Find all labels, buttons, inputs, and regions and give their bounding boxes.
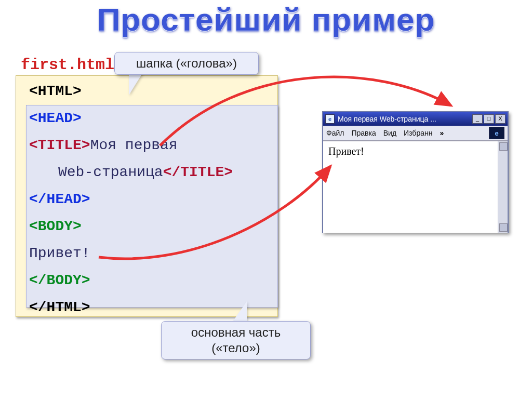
browser-content-area: Привет!: [323, 141, 508, 233]
menu-favorites[interactable]: Избранн: [404, 129, 432, 137]
maximize-button[interactable]: □: [484, 114, 494, 124]
menu-view[interactable]: Вид: [383, 129, 396, 137]
filename-label: first.html: [21, 56, 114, 74]
body-text: Привет!: [29, 245, 90, 261]
menu-edit[interactable]: Правка: [351, 129, 376, 137]
callout-head: шапка («голова»): [114, 52, 259, 75]
title-text-line2: Web-страница: [58, 164, 163, 180]
browser-page-text: Привет!: [328, 145, 364, 157]
tag-head-close: </HEAD>: [29, 191, 90, 207]
tag-body-close: </BODY>: [29, 272, 90, 288]
browser-menubar: Файл Правка Вид Избранн » e: [323, 126, 508, 141]
page-title: Простейший пример: [0, 1, 532, 38]
ie-logo-icon: e: [489, 127, 504, 139]
callout-body-line1: основная часть: [171, 325, 301, 340]
tag-html-open: <HTML>: [29, 83, 82, 99]
browser-titlebar[interactable]: e Моя первая Web-страница ... _ □ X: [323, 112, 508, 126]
menu-more[interactable]: »: [440, 129, 444, 137]
browser-title-text: Моя первая Web-страница ...: [338, 115, 472, 123]
tag-title-close: </TITLE>: [163, 164, 233, 180]
close-button[interactable]: X: [495, 114, 506, 124]
code-listing: <HTML> <HEAD> <TITLE>Моя первая Web-стра…: [29, 78, 278, 321]
title-text-line1: Моя первая: [90, 137, 178, 153]
tag-head-open: <HEAD>: [29, 110, 82, 126]
callout-body-line2: («тело»): [171, 340, 301, 356]
browser-scrollbar[interactable]: [498, 141, 508, 233]
browser-app-icon: e: [325, 114, 335, 124]
callout-body-tail: [231, 301, 247, 324]
menu-file[interactable]: Файл: [326, 129, 344, 137]
browser-window: e Моя первая Web-страница ... _ □ X Файл…: [322, 111, 509, 233]
tag-title-open: <TITLE>: [29, 137, 90, 153]
minimize-button[interactable]: _: [472, 114, 483, 124]
tag-html-close: </HTML>: [29, 299, 90, 315]
callout-body: основная часть («тело»): [161, 321, 311, 360]
tag-body-open: <BODY>: [29, 218, 82, 234]
